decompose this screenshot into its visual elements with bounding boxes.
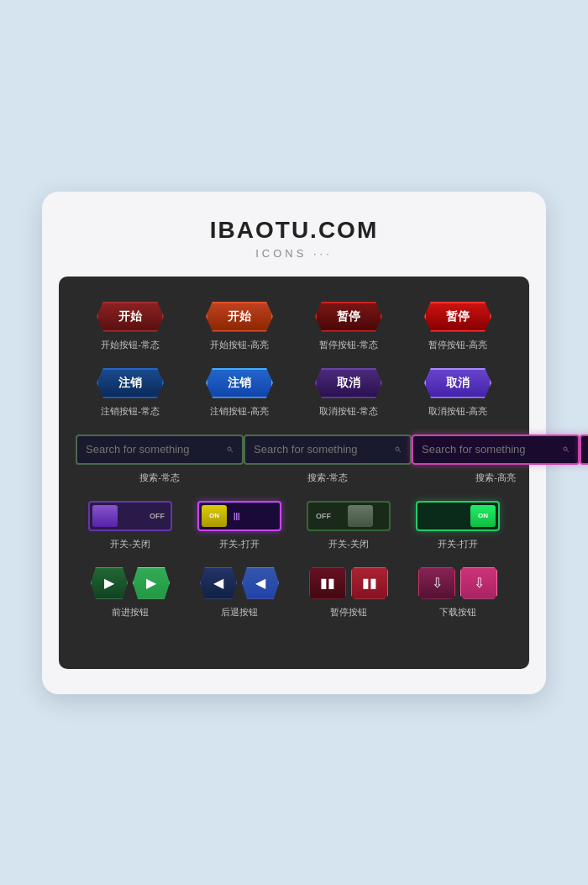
icon-item: 注销 注销按钮-常态 xyxy=(97,368,164,418)
label-cancel-normal: 取消按钮-常态 xyxy=(319,405,378,418)
toggle-knob-off-gray xyxy=(348,505,373,527)
download-btn-wrap: ⇩ ⇩ xyxy=(418,567,497,599)
toggle-green-on[interactable]: ON xyxy=(416,501,500,531)
card-subtitle: ICONS ··· xyxy=(59,247,529,260)
back-button-light[interactable]: ◀ xyxy=(242,567,279,599)
icon-item: 搜索-高亮 xyxy=(412,435,580,484)
row-start-pause: 开始 开始按钮-常态 开始 开始按钮-高亮 暂停 暂停按钮-常态 暂停 xyxy=(76,302,512,351)
forward-btn-wrap: ▶ ▶ xyxy=(91,567,170,599)
label-pause-normal: 暂停按钮-常态 xyxy=(319,339,378,351)
label-pause-highlight: 暂停按钮-高亮 xyxy=(428,339,487,351)
search-bar-highlight-1[interactable] xyxy=(412,435,580,465)
label-toggle-purple-off: 开关-关闭 xyxy=(110,538,150,550)
pause-sq-button-light[interactable]: ▮▮ xyxy=(351,567,388,599)
search-icon xyxy=(395,444,402,456)
svg-line-1 xyxy=(231,450,233,451)
icon-item: 搜索-常态 xyxy=(244,435,412,484)
pause-button-normal[interactable]: 暂停 xyxy=(315,302,382,332)
icon-item: ON 开关-打开 xyxy=(416,501,500,550)
icon-item: ▮▮ ▮▮ 暂停按钮 xyxy=(309,567,388,619)
start-button-normal[interactable]: 开始 xyxy=(97,302,164,332)
search-input-highlight-1[interactable] xyxy=(422,443,563,456)
svg-point-0 xyxy=(228,447,231,450)
cancel-button-normal[interactable]: 取消 xyxy=(315,368,382,398)
label-pause-sq: 暂停按钮 xyxy=(330,606,367,619)
toggle-purple-on[interactable]: ON ||| xyxy=(197,501,281,531)
svg-line-5 xyxy=(567,450,569,451)
icon-item: ON ||| 开关-打开 xyxy=(197,501,281,550)
icon-item: 开始 开始按钮-高亮 xyxy=(206,302,273,351)
dark-panel: 开始 开始按钮-常态 开始 开始按钮-高亮 暂停 暂停按钮-常态 暂停 xyxy=(59,277,529,669)
forward-button-dark[interactable]: ▶ xyxy=(91,567,128,599)
back-button-dark[interactable]: ◀ xyxy=(200,567,237,599)
svg-point-2 xyxy=(396,447,399,450)
svg-point-4 xyxy=(564,447,567,450)
search-bar-normal-1[interactable] xyxy=(76,435,244,465)
icon-item: 暂停 暂停按钮-高亮 xyxy=(424,302,491,351)
label-start-normal: 开始按钮-常态 xyxy=(101,339,160,351)
label-back: 后退按钮 xyxy=(221,606,258,619)
search-bar-normal-2[interactable] xyxy=(244,435,412,465)
icon-item: OFF 开关-关闭 xyxy=(307,501,391,550)
label-toggle-green-on: 开关-打开 xyxy=(438,538,478,550)
label-forward: 前进按钮 xyxy=(112,606,149,619)
download-button-dark[interactable]: ⇩ xyxy=(418,567,455,599)
toggle-purple-off[interactable]: OFF xyxy=(88,501,172,531)
icon-item: 开始 开始按钮-常态 xyxy=(97,302,164,351)
forward-button-light[interactable]: ▶ xyxy=(133,567,170,599)
search-input-normal-2[interactable] xyxy=(254,443,395,456)
pause-button-highlight[interactable]: 暂停 xyxy=(424,302,491,332)
icon-item: ⇩ ⇩ 下载按钮 xyxy=(418,567,497,619)
download-button-light[interactable]: ⇩ xyxy=(460,567,497,599)
row-action-buttons: ▶ ▶ 前进按钮 ◀ ◀ 后退按钮 ▮▮ ▮▮ 暂停按钮 xyxy=(76,567,512,619)
card: IBAOTU.COM ICONS ··· 开始 开始按钮-常态 开始 开始按钮-… xyxy=(42,192,546,694)
label-search-normal-2: 搜索-常态 xyxy=(307,471,348,484)
toggle-knob-on-green: ON xyxy=(470,505,496,527)
start-button-highlight[interactable]: 开始 xyxy=(206,302,273,332)
label-toggle-green-off: 开关-关闭 xyxy=(328,538,369,550)
label-logout-normal: 注销按钮-常态 xyxy=(101,405,160,418)
icon-item: 注销 注销按钮-高亮 xyxy=(206,368,273,418)
toggle-knob-off xyxy=(92,505,118,527)
toggle-knob-on-yellow: ON xyxy=(202,505,227,527)
icon-item: ▶ ▶ 前进按钮 xyxy=(91,567,170,619)
label-search-highlight-1: 搜索-高亮 xyxy=(475,471,516,484)
label-start-highlight: 开始按钮-高亮 xyxy=(210,339,269,351)
svg-line-3 xyxy=(399,450,401,451)
label-download: 下载按钮 xyxy=(439,606,476,619)
search-icon xyxy=(563,444,570,456)
icon-item: ◀ ◀ 后退按钮 xyxy=(200,567,279,619)
icon-item: 取消 取消按钮-常态 xyxy=(315,368,382,418)
logout-button-highlight[interactable]: 注销 xyxy=(206,368,273,398)
pause-sq-button-dark[interactable]: ▮▮ xyxy=(309,567,346,599)
label-toggle-purple-on: 开关-打开 xyxy=(219,538,260,550)
card-header: IBAOTU.COM ICONS ··· xyxy=(59,217,529,260)
row-toggles: OFF 开关-关闭 ON ||| 开关-打开 OFF 开关-关闭 xyxy=(76,501,512,550)
toggle-green-off[interactable]: OFF xyxy=(307,501,391,531)
icon-item: 搜索-常态 xyxy=(76,435,244,484)
label-cancel-highlight: 取消按钮-高亮 xyxy=(428,405,487,418)
search-icon xyxy=(227,444,234,456)
pause-sq-btn-wrap: ▮▮ ▮▮ xyxy=(309,567,388,599)
icon-item: 取消 取消按钮-高亮 xyxy=(424,368,491,418)
icon-item: 暂停 暂停按钮-常态 xyxy=(315,302,382,351)
card-title: IBAOTU.COM xyxy=(59,217,529,244)
back-btn-wrap: ◀ ◀ xyxy=(200,567,279,599)
search-input-normal-1[interactable] xyxy=(86,443,227,456)
icon-item: OFF 开关-关闭 xyxy=(88,501,172,550)
row-logout-cancel: 注销 注销按钮-常态 注销 注销按钮-高亮 取消 取消按钮-常态 取消 xyxy=(76,368,512,418)
label-search-normal-1: 搜索-常态 xyxy=(139,471,180,484)
search-bar-highlight-2[interactable] xyxy=(580,435,588,465)
label-logout-highlight: 注销按钮-高亮 xyxy=(210,405,269,418)
icon-item: 搜索-高亮 xyxy=(580,435,588,484)
cancel-button-highlight[interactable]: 取消 xyxy=(424,368,491,398)
logout-button-normal[interactable]: 注销 xyxy=(97,368,164,398)
row-search: 搜索-常态 搜索-常态 xyxy=(76,435,512,484)
